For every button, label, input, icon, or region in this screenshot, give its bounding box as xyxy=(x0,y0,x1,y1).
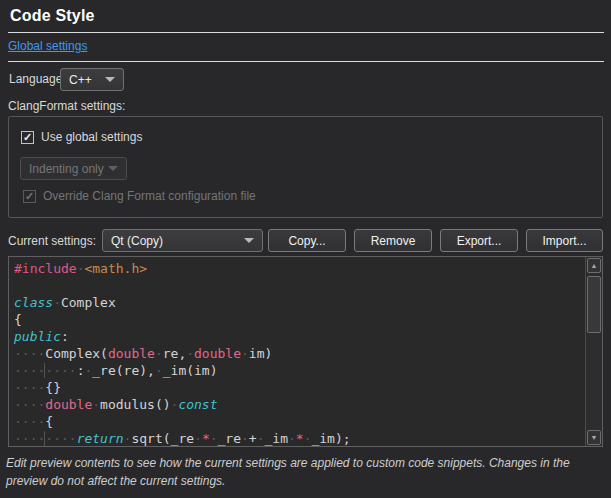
code-line: #include·<math.h> xyxy=(14,260,585,277)
code-line: ····{ xyxy=(14,413,585,430)
current-settings-label: Current settings: xyxy=(8,234,96,248)
chevron-down-icon xyxy=(244,238,254,243)
code-line: { xyxy=(14,311,585,328)
code-preview-editor[interactable]: #include·<math.h>class·Complex{public:··… xyxy=(8,256,603,447)
code-content[interactable]: #include·<math.h>class·Complex{public:··… xyxy=(9,257,585,446)
code-line: ····{} xyxy=(14,379,585,396)
code-line: public: xyxy=(14,328,585,345)
code-line: class·Complex xyxy=(14,294,585,311)
code-line: ········:·_re(re),·_im(im) xyxy=(14,362,585,379)
scrollbar-thumb[interactable] xyxy=(587,276,601,333)
chevron-down-icon xyxy=(108,166,118,171)
scroll-down-icon: ▼ xyxy=(591,434,598,441)
language-select[interactable]: C++ xyxy=(60,68,124,91)
page-title: Code Style xyxy=(10,7,95,25)
import-button[interactable]: Import... xyxy=(526,229,603,252)
code-line: ····Complex(double·re,·double·im) xyxy=(14,345,585,362)
export-button[interactable]: Export... xyxy=(440,229,518,252)
use-global-settings-checkbox[interactable]: ✓ Use global settings xyxy=(21,130,142,144)
scroll-up-icon: ▲ xyxy=(591,262,598,269)
footer-note: Edit preview contents to see how the cur… xyxy=(6,454,605,490)
checkbox-box: ✓ xyxy=(23,190,36,203)
remove-button[interactable]: Remove xyxy=(354,229,432,252)
scroll-up-button[interactable]: ▲ xyxy=(587,258,601,273)
language-select-value: C++ xyxy=(69,73,92,87)
current-settings-value: Qt (Copy) xyxy=(111,234,163,248)
check-icon: ✓ xyxy=(25,191,34,202)
language-label: Language: xyxy=(9,72,66,86)
code-line: ····double·modulus()·const xyxy=(14,396,585,413)
link-separator xyxy=(8,61,604,62)
vertical-scrollbar[interactable]: ▲ ▼ xyxy=(585,257,602,446)
code-line xyxy=(14,277,585,294)
title-separator xyxy=(8,32,604,33)
indenting-mode-value: Indenting only xyxy=(29,162,104,176)
scroll-down-button[interactable]: ▼ xyxy=(587,430,601,445)
check-icon: ✓ xyxy=(23,132,32,143)
code-line: ········return·sqrt(_re·*·_re·+·_im·*·_i… xyxy=(14,430,585,446)
chevron-down-icon xyxy=(105,77,115,82)
override-clangformat-label: Override Clang Format configuration file xyxy=(43,189,256,203)
indenting-mode-select: Indenting only xyxy=(20,157,127,180)
checkbox-box: ✓ xyxy=(21,131,34,144)
current-settings-select[interactable]: Qt (Copy) xyxy=(102,229,263,252)
use-global-settings-label: Use global settings xyxy=(41,130,142,144)
override-clangformat-checkbox: ✓ Override Clang Format configuration fi… xyxy=(23,189,256,203)
copy-button[interactable]: Copy... xyxy=(268,229,346,252)
global-settings-link[interactable]: Global settings xyxy=(8,39,87,53)
clangformat-settings-label: ClangFormat settings: xyxy=(8,99,125,113)
